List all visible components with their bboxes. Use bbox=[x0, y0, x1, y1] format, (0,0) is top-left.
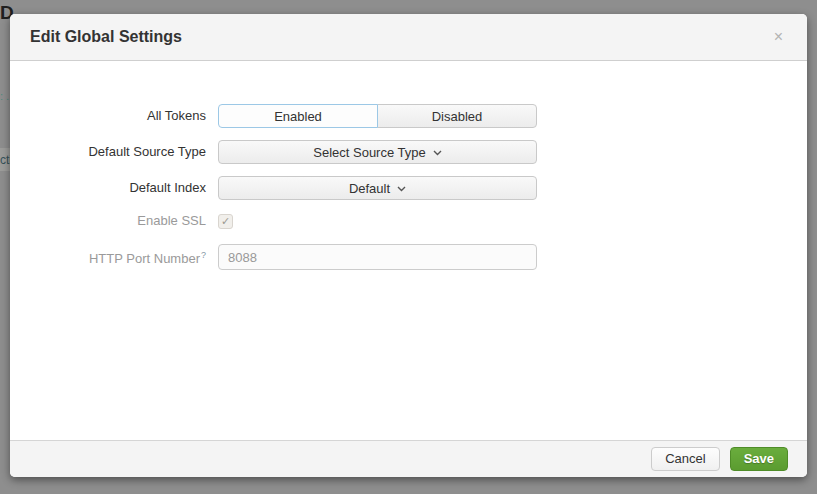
default-source-type-dropdown[interactable]: Select Source Type bbox=[218, 140, 537, 164]
enable-ssl-label: Enable SSL bbox=[10, 213, 206, 229]
chevron-down-icon bbox=[433, 150, 442, 156]
background-table-row-fragment bbox=[0, 148, 10, 171]
dialog-title: Edit Global Settings bbox=[30, 28, 182, 46]
default-source-type-value: Select Source Type bbox=[313, 145, 426, 160]
all-tokens-enabled-button[interactable]: Enabled bbox=[218, 104, 378, 128]
all-tokens-disabled-button[interactable]: Disabled bbox=[377, 104, 537, 128]
all-tokens-label: All Tokens bbox=[10, 108, 206, 124]
http-port-row: HTTP Port Number? bbox=[10, 244, 807, 270]
default-index-row: Default Index Default bbox=[10, 176, 807, 200]
http-port-label: HTTP Port Number? bbox=[10, 247, 206, 267]
cancel-button[interactable]: Cancel bbox=[651, 447, 719, 471]
dialog-header: Edit Global Settings × bbox=[10, 14, 807, 61]
default-source-type-row: Default Source Type Select Source Type bbox=[10, 140, 807, 164]
checkmark-icon: ✓ bbox=[221, 216, 230, 227]
save-button[interactable]: Save bbox=[730, 447, 788, 471]
edit-global-settings-dialog: Edit Global Settings × All Tokens Enable… bbox=[10, 14, 807, 477]
all-tokens-row: All Tokens Enabled Disabled bbox=[10, 104, 807, 128]
default-source-type-label: Default Source Type bbox=[10, 144, 206, 160]
default-index-label: Default Index bbox=[10, 180, 206, 196]
close-icon[interactable]: × bbox=[774, 29, 783, 45]
default-index-value: Default bbox=[349, 181, 390, 196]
http-port-label-text: HTTP Port Number bbox=[89, 251, 200, 266]
background-page-link-fragment: : . bbox=[0, 91, 9, 102]
modal-overlay: D : . cti Edit Global Settings × All Tok… bbox=[0, 0, 817, 494]
enable-ssl-row: Enable SSL ✓ bbox=[10, 213, 807, 229]
all-tokens-toggle: Enabled Disabled bbox=[218, 104, 537, 128]
chevron-down-icon bbox=[397, 186, 406, 192]
dialog-body: All Tokens Enabled Disabled Default Sour… bbox=[10, 62, 807, 440]
dialog-footer: Cancel Save bbox=[10, 440, 807, 477]
enable-ssl-checkbox: ✓ bbox=[218, 214, 233, 229]
help-marker: ? bbox=[201, 250, 206, 260]
default-index-dropdown[interactable]: Default bbox=[218, 176, 537, 200]
http-port-input bbox=[218, 244, 537, 270]
